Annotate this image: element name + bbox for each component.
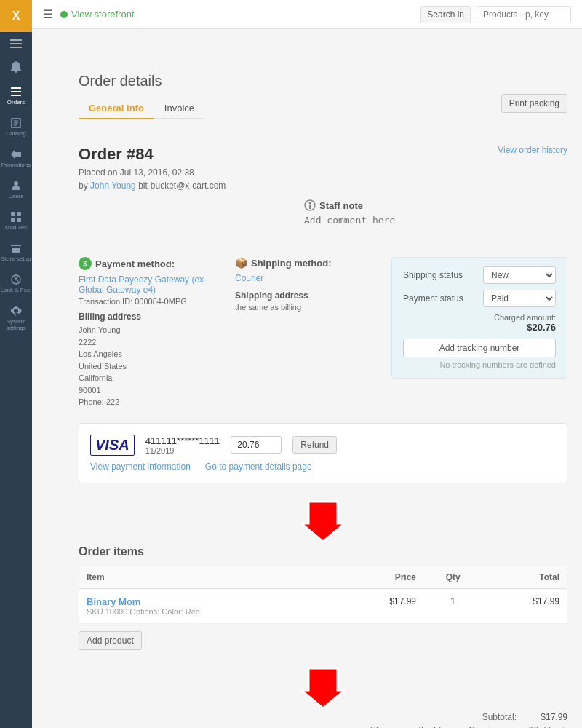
visa-row: VISA 411111******1111 11/2019 Refund [90, 435, 556, 456]
order-items-section: Order items Item Price Qty Total Binary … [79, 545, 567, 661]
red-arrow-2 [79, 665, 567, 708]
subtotal-row: Subtotal: $17.99 [79, 712, 567, 722]
product-sku: SKU 10000 Options: Color: Red [87, 607, 332, 616]
order-items-table: Item Price Qty Total Binary Mom SKU 1000… [79, 566, 567, 624]
sidebar-item-catalog-label: Catalog [6, 130, 26, 137]
staff-note-input[interactable] [304, 215, 567, 244]
tab-invoice[interactable]: Invoice [154, 98, 204, 119]
logo-text: X [12, 9, 20, 23]
storefront-status-dot [60, 11, 68, 18]
sidebar-item-orders[interactable]: Orders [0, 80, 32, 111]
charged-amount: Charged amount: $20.76 [403, 313, 556, 333]
no-tracking-text: No tracking numbers are defined [403, 360, 556, 369]
search-in-button[interactable]: Search in [420, 6, 471, 23]
table-row: Binary Mom SKU 10000 Options: Color: Red… [79, 588, 567, 623]
add-product-button[interactable]: Add product [79, 631, 142, 650]
shipping-block: 📦 Shipping method: Courier Shipping addr… [235, 257, 377, 312]
payment-status-label: Payment status [403, 293, 476, 304]
refund-amount-input[interactable] [231, 436, 282, 454]
nav-hamburger-icon[interactable]: ☰ [43, 7, 53, 21]
hamburger-icon[interactable] [0, 32, 32, 55]
shipping-edit-icon[interactable]: ✎ [561, 725, 567, 728]
shipping-status-select[interactable]: New Shipped Delivered Returned [483, 266, 556, 284]
shipping-address-text: the same as billing [235, 303, 377, 312]
svg-rect-7 [11, 212, 15, 216]
payment-block: $ Payment method: First Data Payeezy Gat… [79, 257, 220, 408]
shipping-status-row: Shipping status New Shipped Delivered Re… [403, 266, 556, 284]
sidebar-item-modules[interactable]: Modules [0, 205, 32, 237]
payment-status-select[interactable]: Paid Unpaid Refunded [483, 290, 556, 307]
order-placed-date: Placed on Jul 13, 2016, 02:38 [79, 167, 567, 178]
customer-name-link[interactable]: John Young [90, 181, 136, 191]
billing-address: John Young 2222 Los Angeles United State… [79, 324, 220, 408]
subtotal-label: Subtotal: [482, 712, 517, 722]
col-qty: Qty [423, 566, 482, 588]
shipping-status-label: Shipping status [403, 270, 476, 280]
sidebar-item-look-feel[interactable]: Look & Feel [0, 268, 32, 299]
sidebar-item-promotions[interactable]: Promotions [0, 143, 32, 174]
visa-block: VISA 411111******1111 11/2019 Refund Vie… [79, 423, 567, 483]
shipping-method-name[interactable]: Courier [235, 273, 377, 283]
col-total: Total [482, 566, 567, 588]
shipping-icon: 📦 [235, 257, 247, 269]
charged-label: Charged amount: [494, 313, 556, 322]
visa-logo: VISA [90, 435, 135, 456]
add-tracking-button[interactable]: Add tracking number [403, 339, 556, 357]
card-number: 411111******1111 [146, 435, 220, 446]
sidebar-item-store-setup[interactable]: Store setup [0, 237, 32, 268]
order-header: Order #84 View order history [79, 145, 567, 164]
go-to-payment-link[interactable]: Go to payment details page [205, 462, 312, 472]
sidebar-item-notifications[interactable] [0, 55, 32, 80]
sidebar-item-system-label: System settings [0, 318, 32, 331]
svg-rect-0 [10, 39, 22, 41]
svg-marker-16 [301, 668, 345, 708]
order-totals: Subtotal: $17.99 Shipping method / cost:… [79, 712, 567, 729]
item-price: $17.99 [340, 588, 423, 623]
col-item: Item [79, 566, 340, 588]
svg-marker-15 [301, 502, 345, 542]
view-payment-info-link[interactable]: View payment information [90, 462, 191, 472]
view-storefront-link[interactable]: View storefront [60, 9, 134, 20]
order-customer: by John Young bit-bucket@x-cart.com [79, 181, 567, 191]
shipping-address-title: Shipping address [235, 290, 377, 301]
print-packing-button[interactable]: Print packing [501, 94, 567, 113]
card-expiry: 11/2019 [146, 446, 220, 455]
svg-rect-8 [17, 212, 21, 216]
sidebar-item-system[interactable]: System settings [0, 299, 32, 337]
product-name-link[interactable]: Binary Mom [87, 596, 332, 607]
svg-rect-2 [10, 47, 22, 48]
sidebar-logo[interactable]: X [0, 0, 32, 32]
svg-rect-3 [11, 87, 21, 89]
subtotal-value: $17.99 [524, 712, 567, 722]
item-name-cell: Binary Mom SKU 10000 Options: Color: Red [79, 588, 340, 623]
sidebar: X Orders Catalog Promotions Users Module… [0, 0, 32, 728]
staff-note-title: Staff note [319, 200, 363, 211]
shipping-cost-label: Shipping method / cost: [370, 725, 461, 729]
svg-rect-5 [11, 95, 21, 96]
payment-name[interactable]: First Data Payeezy Gateway (ex-Global Ga… [79, 274, 220, 295]
sidebar-item-users-label: Users [9, 193, 24, 199]
top-search-input[interactable] [477, 6, 571, 23]
view-order-history-link[interactable]: View order history [498, 145, 567, 155]
sidebar-item-users[interactable]: Users [0, 174, 32, 205]
shipping-cost-value: $2.77 [507, 725, 551, 729]
staff-note-block: Staff note [304, 199, 567, 246]
status-block: Shipping status New Shipped Delivered Re… [391, 257, 567, 379]
order-number: Order #84 [79, 145, 498, 164]
tab-general-info[interactable]: General info [79, 98, 154, 119]
item-qty: 1 [423, 588, 482, 623]
svg-rect-14 [309, 205, 311, 209]
payment-method-title: Payment method: [95, 258, 175, 269]
refund-button[interactable]: Refund [292, 436, 337, 454]
page-tabs: General info Invoice [79, 98, 204, 119]
svg-point-13 [309, 202, 311, 205]
sidebar-item-promotions-label: Promotions [1, 162, 31, 168]
charged-value: $20.76 [403, 322, 556, 333]
shipping-cost-row: Shipping method / cost: Courier: $2.77 ✎ [79, 725, 567, 729]
svg-rect-9 [11, 218, 15, 222]
payment-status-row: Payment status Paid Unpaid Refunded [403, 290, 556, 307]
sidebar-item-store-setup-label: Store setup [1, 256, 31, 262]
red-arrow-1 [79, 498, 567, 542]
shipping-cost-name: Courier: [469, 725, 500, 729]
sidebar-item-catalog[interactable]: Catalog [0, 111, 32, 143]
